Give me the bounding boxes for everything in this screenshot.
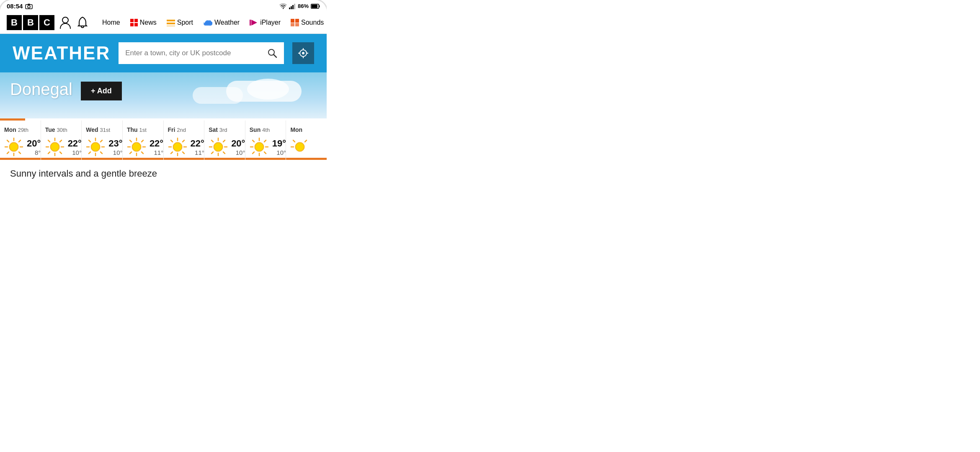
crosshair-icon: [298, 48, 309, 59]
day-label: Sat 3rd: [209, 126, 227, 133]
bbc-b2: B: [23, 15, 38, 30]
nav-sounds[interactable]: Sounds: [286, 16, 327, 29]
orange-bar: [41, 158, 82, 160]
svg-line-106: [305, 140, 307, 142]
svg-rect-4: [289, 8, 290, 9]
weather-nav-icon: [203, 19, 212, 26]
svg-point-94: [214, 143, 222, 151]
svg-line-70: [142, 152, 143, 154]
svg-line-101: [264, 140, 266, 142]
orange-bar: [0, 158, 41, 160]
svg-point-64: [92, 143, 99, 151]
sun-weather-icon: [209, 137, 228, 157]
orange-bar: [82, 158, 122, 160]
temperature-display: 22° 11°: [150, 138, 163, 156]
nav-news[interactable]: News: [126, 16, 161, 29]
forecast-day[interactable]: Tue 30th: [41, 121, 82, 160]
sounds-icon: [291, 19, 299, 26]
bell-icon[interactable]: [77, 16, 88, 29]
svg-rect-12: [130, 19, 134, 22]
sun-weather-icon: [45, 137, 64, 157]
svg-line-105: [293, 140, 295, 142]
temp-row: 20° 8°: [4, 137, 36, 157]
svg-rect-13: [134, 19, 138, 22]
user-icon[interactable]: [59, 16, 71, 29]
svg-line-89: [211, 140, 213, 142]
add-location-button[interactable]: + Add: [81, 82, 122, 100]
svg-point-109: [296, 143, 304, 151]
forecast-day[interactable]: Mon 29th: [0, 121, 41, 160]
svg-point-30: [302, 52, 304, 54]
svg-rect-7: [294, 4, 295, 9]
weather-description: Sunny intervals and a gentle breeze: [0, 160, 327, 187]
nav-links: Home News Sport: [98, 15, 327, 30]
bbc-logo[interactable]: B B C: [7, 15, 54, 30]
locate-button[interactable]: [292, 42, 314, 64]
bbc-c: C: [39, 15, 54, 30]
temperature-display: 20° 10°: [231, 138, 245, 156]
temp-row: 22° 11°: [168, 137, 200, 157]
svg-line-72: [130, 152, 132, 154]
temp-row: [290, 137, 322, 157]
nav-sport[interactable]: Sport: [162, 16, 197, 29]
weather-title: WEATHER: [13, 43, 110, 64]
temp-row: 22° 11°: [127, 137, 159, 157]
temp-row: 20° 10°: [209, 137, 241, 157]
nav-home[interactable]: Home: [98, 16, 124, 29]
svg-rect-5: [291, 6, 292, 9]
temp-row: 19° 10°: [250, 137, 282, 157]
forecast-day[interactable]: Mon: [286, 121, 327, 160]
day-label: Mon: [290, 126, 302, 133]
svg-line-79: [171, 140, 173, 142]
svg-line-52: [48, 152, 50, 154]
temp-row: 23° 10°: [86, 137, 118, 157]
svg-line-71: [142, 140, 143, 142]
svg-line-81: [183, 140, 184, 142]
location-search-input[interactable]: [125, 49, 264, 57]
svg-line-62: [89, 152, 90, 154]
forecast-day[interactable]: Thu 1st: [123, 121, 164, 160]
svg-line-28: [274, 55, 277, 58]
location-name: Donegal: [10, 80, 72, 99]
orange-bar: [164, 158, 204, 160]
svg-line-40: [19, 152, 21, 154]
sport-icon: [167, 19, 175, 26]
forecast-day[interactable]: Sat 3rd: [204, 121, 245, 160]
nav-iplayer[interactable]: iPlayer: [245, 16, 285, 29]
svg-line-91: [223, 140, 225, 142]
nav-icons: [59, 16, 88, 29]
forecast-day[interactable]: Fri 2nd: [164, 121, 205, 160]
svg-point-11: [62, 17, 68, 23]
sun-weather-icon: [168, 137, 187, 157]
temperature-display: 19° 10°: [272, 138, 286, 156]
svg-line-69: [130, 140, 132, 142]
day-label: Sun 4th: [250, 126, 270, 133]
weather-banner: WEATHER: [0, 34, 327, 72]
svg-line-59: [89, 140, 90, 142]
forecast-day[interactable]: Sun 4th: [245, 121, 286, 160]
orange-bar: [286, 158, 327, 160]
forecast-day[interactable]: Wed 31st: [82, 121, 123, 160]
svg-rect-17: [167, 23, 175, 24]
bbc-b1: B: [7, 15, 22, 30]
sun-weather-icon: [4, 137, 23, 157]
top-nav: B B C Home: [0, 11, 327, 34]
svg-rect-10: [312, 5, 317, 8]
svg-line-39: [7, 140, 9, 142]
svg-line-80: [183, 152, 184, 154]
day-label: Fri 2nd: [168, 126, 186, 133]
nav-weather[interactable]: Weather: [199, 16, 244, 29]
svg-line-99: [253, 140, 254, 142]
svg-rect-14: [130, 23, 134, 26]
svg-rect-2: [28, 4, 30, 5]
svg-rect-9: [319, 5, 320, 7]
svg-point-84: [174, 143, 181, 151]
svg-rect-15: [134, 23, 138, 26]
svg-line-60: [101, 152, 102, 154]
sun-weather-icon: [250, 137, 269, 157]
svg-rect-24: [295, 23, 299, 26]
day-label: Tue 30th: [45, 126, 67, 133]
phone-frame: 08:54 86%: [0, 0, 327, 187]
svg-line-41: [19, 140, 21, 142]
svg-marker-19: [251, 20, 257, 26]
